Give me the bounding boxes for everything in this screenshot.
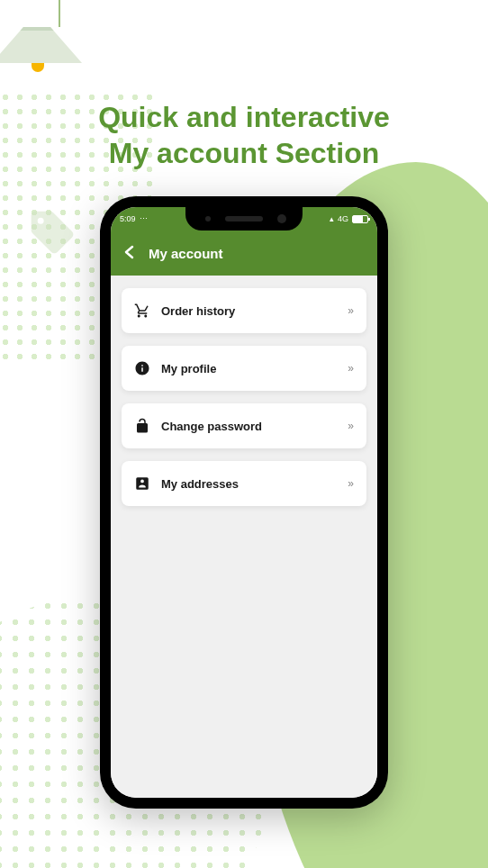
menu-item-my-profile[interactable]: My profile » [122,346,366,391]
chevron-right-icon: » [348,477,354,490]
status-time: 5:09 [120,214,136,223]
status-icons-left: ⋯ [140,214,148,223]
headline-line1: Quick and interactive [98,101,390,133]
lamp-decoration [36,0,82,72]
menu-label: Change password [161,420,337,433]
back-button[interactable] [123,243,134,264]
lock-icon [134,418,150,434]
battery-icon [352,215,368,223]
phone-screen: 5:09 ⋯ ▴ 4G My account [111,207,377,798]
page-headline: Quick and interactive My account Section [0,99,488,171]
phone-frame: 5:09 ⋯ ▴ 4G My account [100,196,388,809]
app-header: My account [111,231,377,276]
info-icon [134,360,150,376]
network-label: 4G [338,214,348,223]
chevron-left-icon [123,245,134,259]
menu-item-my-addresses[interactable]: My addresses » [122,461,366,506]
chevron-right-icon: » [348,362,354,375]
signal-icon: ▴ [330,214,334,223]
chevron-right-icon: » [348,304,354,317]
phone-notch [185,207,303,231]
headline-line2: My account Section [109,137,380,169]
menu-label: My addresses [161,477,337,491]
menu-label: Order history [161,304,337,318]
content-area: Order history » My profile » Change pass… [111,276,377,798]
cart-icon [134,303,150,319]
header-title: My account [149,246,223,261]
address-icon [134,475,150,492]
sale-tag-icon [27,207,77,258]
menu-label: My profile [161,362,337,375]
chevron-right-icon: » [348,420,354,432]
menu-item-change-password[interactable]: Change password » [122,403,366,448]
menu-item-order-history[interactable]: Order history » [122,288,366,333]
